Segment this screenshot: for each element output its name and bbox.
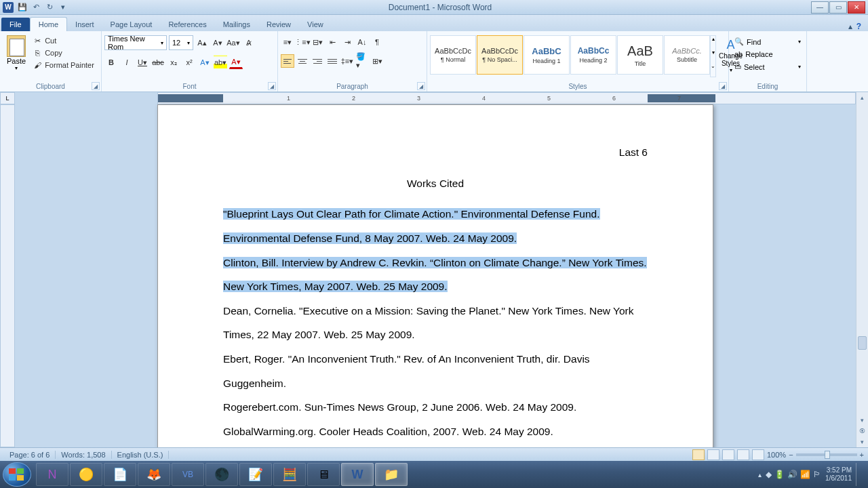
style-item--normal[interactable]: AaBbCcDc¶ Normal <box>430 35 476 75</box>
scroll-up-icon[interactable]: ▴ <box>856 92 868 103</box>
zoom-in-button[interactable]: + <box>860 451 864 459</box>
highlight-button[interactable]: ab▾ <box>214 56 227 69</box>
vertical-ruler[interactable] <box>0 104 15 447</box>
find-button[interactable]: 🔍Find▾ <box>732 35 804 48</box>
full-screen-view-button[interactable] <box>707 449 719 460</box>
change-case-button[interactable]: Aa▾ <box>226 36 240 49</box>
taskbar-app1[interactable]: 🟡 <box>70 463 102 486</box>
start-button[interactable] <box>3 462 31 487</box>
help-icon[interactable]: ? <box>856 22 861 31</box>
tab-page-layout[interactable]: Page Layout <box>102 18 161 31</box>
taskbar-calc[interactable]: 🧮 <box>273 463 306 486</box>
tab-mailings[interactable]: Mailings <box>215 18 258 31</box>
paste-button[interactable]: Paste ▾ <box>3 33 30 79</box>
taskbar-onenote[interactable]: N <box>36 463 68 486</box>
styles-launcher[interactable]: ◢ <box>719 82 727 90</box>
style-item-subtitle[interactable]: AaBbCc.Subtitle <box>664 35 710 75</box>
bold-button[interactable]: B <box>104 56 118 69</box>
paragraph-launcher[interactable]: ◢ <box>417 82 425 90</box>
word-count[interactable]: Words: 1,508 <box>56 451 111 459</box>
borders-button[interactable]: ⊞▾ <box>370 54 384 68</box>
style-item-title[interactable]: AaBTitle <box>617 35 663 75</box>
qat-customize-icon[interactable]: ▾ <box>57 1 69 14</box>
cut-button[interactable]: ✂Cut <box>30 35 97 46</box>
increase-indent-button[interactable]: ⇥ <box>340 35 354 49</box>
tray-icon[interactable]: 🏳 <box>813 470 821 479</box>
show-marks-button[interactable]: ¶ <box>370 35 384 49</box>
gallery-more-icon[interactable]: ⌄ <box>711 63 715 77</box>
clipboard-launcher[interactable]: ◢ <box>92 82 100 90</box>
language-status[interactable]: English (U.S.) <box>112 451 170 459</box>
underline-button[interactable]: U▾ <box>136 56 149 69</box>
zoom-thumb[interactable] <box>825 451 830 459</box>
taskbar-vb[interactable]: VB <box>172 463 204 486</box>
tray-icon[interactable]: 🔋 <box>774 470 785 479</box>
style-item-heading-1[interactable]: AaBbCHeading 1 <box>524 35 570 75</box>
prev-page-icon[interactable]: ⦿ <box>856 426 868 436</box>
web-layout-view-button[interactable] <box>722 449 734 460</box>
taskbar-firefox[interactable]: 🦊 <box>138 463 170 486</box>
show-desktop-button[interactable] <box>856 463 861 486</box>
undo-button[interactable]: ↶ <box>30 1 42 14</box>
tab-view[interactable]: View <box>299 18 332 31</box>
select-button[interactable]: ▭Select▾ <box>732 60 804 73</box>
subscript-button[interactable]: x₂ <box>167 56 180 69</box>
font-color-button[interactable]: A▾ <box>229 56 243 69</box>
tab-insert[interactable]: Insert <box>67 18 102 31</box>
minimize-ribbon-icon[interactable]: ▴ <box>848 22 852 31</box>
strikethrough-button[interactable]: abc <box>151 56 165 69</box>
save-button[interactable]: 💾 <box>16 1 28 14</box>
taskbar-explorer[interactable]: 📁 <box>375 463 408 486</box>
font-launcher[interactable]: ◢ <box>268 82 276 90</box>
ruler-corner[interactable]: L <box>0 92 15 104</box>
copy-button[interactable]: ⎘Copy <box>30 47 97 58</box>
replace-button[interactable]: abReplace <box>732 48 804 60</box>
justify-button[interactable] <box>326 54 339 68</box>
taskbar-app2[interactable]: 📄 <box>104 463 136 486</box>
clock[interactable]: 3:52 PM 1/6/2011 <box>825 466 852 483</box>
numbering-button[interactable]: ⋮≡▾ <box>296 35 309 49</box>
gallery-up-icon[interactable]: ▴ <box>711 36 715 49</box>
tab-review[interactable]: Review <box>258 18 299 31</box>
minimize-button[interactable]: — <box>811 1 829 14</box>
tab-home[interactable]: Home <box>30 17 67 31</box>
draft-view-button[interactable] <box>752 449 764 460</box>
taskbar-app3[interactable]: 🖥 <box>307 463 340 486</box>
vertical-scrollbar[interactable]: ▴ ▾ ⦿ ▾ <box>856 92 868 447</box>
sort-button[interactable]: A↓ <box>355 35 369 49</box>
text-effects-button[interactable]: A▾ <box>198 56 212 69</box>
gallery-down-icon[interactable]: ▾ <box>711 49 715 63</box>
next-page-icon[interactable]: ▾ <box>856 436 868 447</box>
print-layout-view-button[interactable] <box>692 449 705 460</box>
document-page[interactable]: Last 6 Works Cited "Blueprint Lays Out C… <box>157 104 713 447</box>
clear-formatting-button[interactable]: A̷ <box>242 36 256 49</box>
font-name-combo[interactable]: Times New Rom▾ <box>104 35 167 50</box>
font-size-combo[interactable]: 12▾ <box>169 35 193 50</box>
line-spacing-button[interactable]: ‡≡▾ <box>340 54 354 68</box>
zoom-out-button[interactable]: − <box>789 451 793 459</box>
tab-references[interactable]: References <box>160 18 214 31</box>
tray-expand-icon[interactable]: ▴ <box>758 471 762 479</box>
decrease-indent-button[interactable]: ⇤ <box>326 35 339 49</box>
zoom-level[interactable]: 100% <box>767 451 786 459</box>
taskbar-eclipse[interactable]: 🌑 <box>205 463 238 486</box>
tray-icon[interactable]: ◆ <box>766 470 772 479</box>
taskbar-word[interactable]: W <box>341 463 374 486</box>
format-painter-button[interactable]: 🖌Format Painter <box>30 60 97 70</box>
scroll-down-icon[interactable]: ▾ <box>856 415 868 426</box>
shrink-font-button[interactable]: A▾ <box>211 36 224 49</box>
tray-icon[interactable]: 🔊 <box>787 470 797 479</box>
style-item-heading-2[interactable]: AaBbCcHeading 2 <box>570 35 616 75</box>
zoom-slider[interactable] <box>796 453 857 456</box>
tab-file[interactable]: File <box>1 18 30 31</box>
close-button[interactable]: ✕ <box>848 1 865 14</box>
outline-view-button[interactable] <box>737 449 749 460</box>
align-right-button[interactable] <box>311 54 324 68</box>
style-item--no-spaci-[interactable]: AaBbCcDc¶ No Spaci... <box>477 35 523 75</box>
redo-button[interactable]: ↻ <box>43 1 56 14</box>
italic-button[interactable]: I <box>120 56 134 69</box>
maximize-button[interactable]: ▭ <box>829 1 847 14</box>
align-center-button[interactable] <box>296 54 309 68</box>
shading-button[interactable]: 🪣▾ <box>355 54 369 68</box>
scroll-thumb[interactable] <box>858 336 867 350</box>
